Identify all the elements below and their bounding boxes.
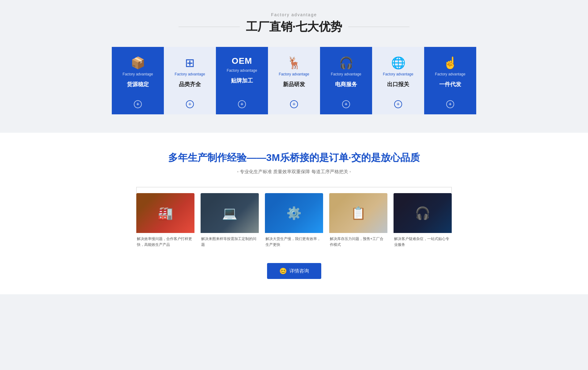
prod-card-image: 📋小单供货 — [329, 193, 387, 233]
plus-button[interactable]: + — [186, 100, 194, 108]
consult-button-container: 😊 详情咨询 — [6, 260, 582, 279]
factory-cards-container: 📦Factory advantage货源稳定+⊞Factory advantag… — [110, 47, 478, 114]
card-icon: 🦌 — [287, 56, 301, 70]
factory-main-title: 工厂直销·七大优势 — [240, 19, 349, 35]
prod-card-image: 💻设计开发 — [201, 193, 259, 233]
factory-adv-label: Factory advantage — [331, 72, 361, 77]
plus-button[interactable]: + — [446, 100, 454, 108]
consult-label: 详情咨询 — [289, 268, 309, 274]
prod-card-image: ⚙️快速生产 — [265, 193, 323, 233]
prod-card-bg: ⚙️ — [265, 193, 323, 233]
card-title-cn: 品类齐全 — [179, 81, 201, 88]
factory-section: Factory advantage 工厂直销·七大优势 📦Factory adv… — [0, 0, 588, 133]
prod-card-1: 💻设计开发解决来图来样等按需加工定制的问题 — [201, 193, 259, 248]
plus-button[interactable]: + — [134, 100, 142, 108]
prod-card-desc: 解决客户疑难杂症，一站式贴心专业服务 — [394, 236, 452, 248]
plus-button[interactable]: + — [238, 100, 246, 108]
card-icon: ☝ — [443, 56, 458, 70]
card-title-cn: 电商服务 — [335, 81, 357, 88]
prod-card-bg: 🏭 — [136, 193, 194, 233]
production-section: 多年生产制作经验——3M乐桥接的是订单·交的是放心品质 ◦ 专业化生产标准 质量… — [0, 133, 588, 294]
card-icon: ⊞ — [185, 56, 195, 70]
divider-right — [348, 27, 409, 27]
card-title-cn: 货源稳定 — [127, 81, 149, 88]
consult-icon: 😊 — [279, 267, 287, 275]
card-title-cn: 一件代发 — [439, 81, 461, 88]
divider-left — [179, 27, 240, 27]
prod-card-bg: 📋 — [329, 193, 387, 233]
card-title-cn: 新品研发 — [283, 81, 305, 88]
production-cards-container: 🏭快速打样解决效率慢问题，合作客户打样更快，高能效生产产品💻设计开发解决来图来样… — [126, 193, 462, 248]
production-subtext: ◦ 专业化生产标准 质量效率双重保障 每道工序严格把关 ◦ — [6, 169, 582, 175]
factory-subtitle: Factory advantage — [6, 12, 582, 17]
factory-adv-label: Factory advantage — [383, 72, 413, 77]
factory-adv-label: Factory advantage — [123, 72, 153, 77]
factory-card-card6[interactable]: 🌐Factory advantage出口报关+ — [372, 47, 424, 114]
plus-button[interactable]: + — [394, 100, 402, 108]
headline-rest-part: ——3M乐桥接的是订单·交的是放心品质 — [247, 152, 420, 163]
factory-card-card7[interactable]: ☝Factory advantage一件代发+ — [424, 47, 476, 114]
card-icon: OEM — [232, 56, 252, 66]
prod-card-desc: 解决大货生产慢，我们更有效率，生产更快 — [265, 236, 323, 248]
prod-card-3: 📋小单供货解决库存压力问题，预售+工厂合作模式 — [329, 193, 387, 248]
consult-button[interactable]: 😊 详情咨询 — [267, 263, 321, 279]
factory-card-card1[interactable]: 📦Factory advantage货源稳定+ — [112, 47, 164, 114]
plus-button[interactable]: + — [342, 100, 350, 108]
production-headline: 多年生产制作经验——3M乐桥接的是订单·交的是放心品质 — [6, 151, 582, 165]
prod-card-2: ⚙️快速生产解决大货生产慢，我们更有效率，生产更快 — [265, 193, 323, 248]
factory-adv-label: Factory advantage — [175, 72, 205, 77]
prod-card-desc: 解决库存压力问题，预售+工厂合作模式 — [329, 236, 387, 248]
prod-card-bg: 💻 — [201, 193, 259, 233]
headline-blue-part: 多年生产制作经验 — [168, 152, 247, 163]
factory-card-card5[interactable]: 🎧Factory advantage电商服务+ — [320, 47, 372, 114]
card-icon: 🌐 — [391, 56, 405, 70]
prod-card-desc: 解决效率慢问题，合作客户打样更快，高能效生产产品 — [136, 236, 194, 248]
prod-card-image: 🎧专业服务 — [394, 193, 452, 233]
prod-card-desc: 解决来图来样等按需加工定制的问题 — [201, 236, 259, 248]
card-icon: 📦 — [131, 56, 145, 70]
plus-button[interactable]: + — [290, 100, 298, 108]
factory-adv-label: Factory advantage — [227, 68, 257, 73]
card-title-cn: 出口报关 — [387, 81, 409, 88]
factory-adv-label: Factory advantage — [279, 72, 309, 77]
card-icon: 🎧 — [339, 56, 353, 70]
factory-adv-label: Factory advantage — [435, 72, 465, 77]
prod-card-4: 🎧专业服务解决客户疑难杂症，一站式贴心专业服务 — [394, 193, 452, 248]
prod-card-0: 🏭快速打样解决效率慢问题，合作客户打样更快，高能效生产产品 — [136, 193, 194, 248]
card-title-cn: 贴牌加工 — [231, 77, 253, 84]
title-divider: 工厂直销·七大优势 — [6, 19, 582, 35]
connector-line — [136, 187, 452, 193]
factory-card-card3[interactable]: OEMFactory advantage贴牌加工+ — [216, 47, 268, 114]
prod-card-image: 🏭快速打样 — [136, 193, 194, 233]
factory-card-card2[interactable]: ⊞Factory advantage品类齐全+ — [164, 47, 216, 114]
prod-card-bg: 🎧 — [394, 193, 452, 233]
factory-card-card4[interactable]: 🦌Factory advantage新品研发+ — [268, 47, 320, 114]
